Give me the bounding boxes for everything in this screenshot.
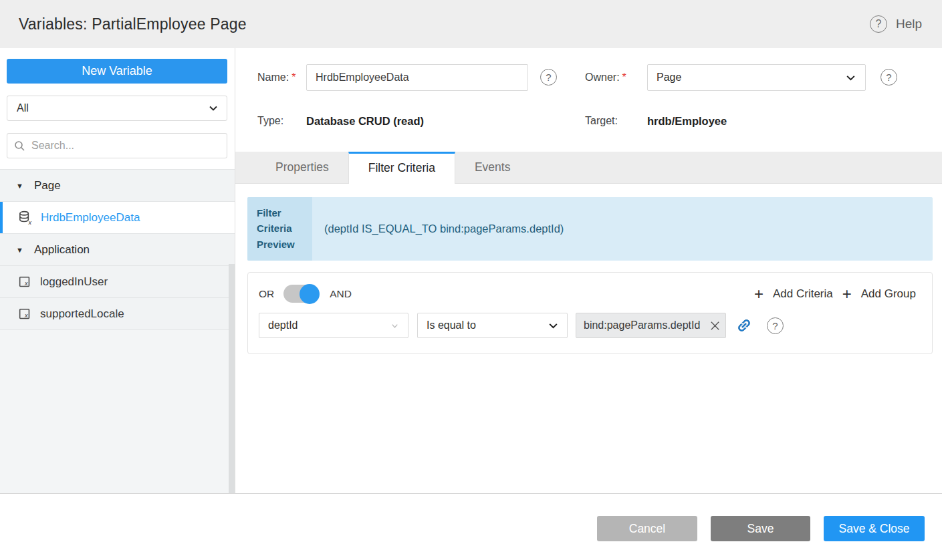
plus-icon: + (842, 287, 852, 301)
preview-label: Filter Criteria Preview (247, 197, 312, 261)
criteria-value-chip[interactable]: bind:pageParams.deptId (576, 313, 726, 338)
bind-link-icon[interactable] (733, 314, 755, 337)
help-icon: ? (870, 15, 887, 33)
owner-select[interactable]: Page (647, 64, 866, 91)
plus-icon: + (754, 287, 763, 301)
help-label: Help (896, 17, 922, 31)
required-asterisk: * (622, 72, 626, 83)
type-label: Type: (257, 108, 283, 134)
target-value: hrdb/Employee (647, 108, 727, 134)
required-asterisk: * (291, 72, 296, 83)
save-button[interactable]: Save (711, 516, 810, 541)
or-label: OR (259, 288, 274, 300)
criteria-condition-select[interactable]: Is equal to (417, 313, 568, 338)
collapse-arrow-icon: ▼ (16, 246, 23, 254)
chevron-down-icon (548, 320, 559, 331)
tree-group-page[interactable]: ▼ Page (0, 170, 235, 202)
search-icon (14, 140, 25, 152)
dialog-titlebar: Variables: PartialEmployee Page ? Help (0, 0, 942, 48)
tree-item-label: supportedLocale (40, 307, 124, 321)
svg-text:x: x (24, 280, 28, 287)
static-variable-icon: x (17, 307, 32, 321)
owner-label: Owner:* (585, 64, 626, 91)
tab-properties[interactable]: Properties (256, 152, 348, 183)
criteria-help-icon[interactable]: ? (767, 317, 784, 334)
tree-group-label: Page (34, 179, 61, 192)
static-variable-icon: x (17, 275, 32, 289)
tree-item-hrdbemployeedata[interactable]: x HrdbEmployeeData (0, 202, 235, 234)
owner-value: Page (657, 72, 681, 84)
tree-group-label: Application (34, 243, 90, 257)
dialog-footer: Cancel Save Save & Close (0, 493, 942, 560)
name-help-icon[interactable]: ? (540, 69, 557, 86)
tree-item-label: loggedInUser (40, 275, 108, 289)
variable-search (7, 133, 227, 158)
sidebar-scrollbar[interactable] (229, 264, 235, 493)
tree-item-supportedlocale[interactable]: x supportedLocale (0, 298, 235, 330)
add-criteria-label: Add Criteria (773, 287, 833, 301)
name-input[interactable] (306, 64, 528, 91)
tree-item-loggedinuser[interactable]: x loggedInUser (0, 266, 235, 298)
type-value: Database CRUD (read) (306, 108, 424, 134)
variables-tree: ▼ Page x HrdbEmployeeData (0, 169, 235, 493)
variable-filter-select[interactable]: All (7, 96, 227, 121)
and-label: AND (330, 288, 352, 300)
chevron-down-icon (845, 72, 856, 84)
svg-text:x: x (24, 312, 28, 319)
criteria-field-select[interactable]: deptId (259, 313, 408, 338)
save-and-close-button[interactable]: Save & Close (824, 516, 925, 541)
toggle-knob-icon (300, 284, 320, 304)
target-label: Target: (585, 108, 618, 134)
variable-filter-value: All (17, 102, 29, 114)
tab-events[interactable]: Events (455, 152, 530, 183)
database-variable-icon: x (17, 210, 33, 225)
chevron-down-icon (208, 103, 219, 114)
criteria-builder: OR AND + Add Criteria + (247, 272, 933, 354)
add-criteria-button[interactable]: + Add Criteria (754, 287, 833, 301)
owner-help-icon[interactable]: ? (880, 69, 897, 86)
filter-criteria-preview: Filter Criteria Preview (deptId IS_EQUAL… (247, 197, 933, 261)
editor-tabs: Properties Filter Criteria Events (235, 152, 942, 184)
tree-item-label: HrdbEmployeeData (41, 211, 140, 225)
search-input[interactable] (31, 140, 220, 152)
help-button[interactable]: ? Help (870, 15, 922, 33)
filter-criteria-panel: Filter Criteria Preview (deptId IS_EQUAL… (235, 184, 942, 493)
preview-value: (deptId IS_EQUAL_TO bind:pageParams.dept… (312, 197, 933, 261)
chevron-down-icon (390, 321, 400, 331)
variable-editor: Name:* ? Owner:* Page ? Type: Database C… (235, 48, 942, 493)
name-label: Name:* (257, 64, 296, 91)
criteria-condition-value: Is equal to (427, 319, 476, 331)
criteria-value-text: bind:pageParams.deptId (584, 319, 709, 331)
criteria-field-value: deptId (268, 319, 298, 331)
tree-group-application[interactable]: ▼ Application (0, 234, 235, 266)
add-group-button[interactable]: + Add Group (842, 287, 916, 301)
or-and-toggle[interactable] (283, 285, 318, 303)
variable-form: Name:* ? Owner:* Page ? Type: Database C… (235, 48, 942, 152)
collapse-arrow-icon: ▼ (16, 182, 23, 190)
svg-text:x: x (27, 219, 31, 225)
new-variable-button[interactable]: New Variable (7, 59, 227, 84)
variables-dialog: Variables: PartialEmployee Page ? Help N… (0, 0, 942, 560)
tab-filter-criteria[interactable]: Filter Criteria (348, 152, 455, 184)
cancel-button[interactable]: Cancel (597, 516, 697, 541)
variables-sidebar: New Variable All ▼ Page (0, 48, 235, 493)
add-group-label: Add Group (861, 287, 916, 301)
dialog-title: Variables: PartialEmployee Page (19, 15, 247, 33)
close-icon[interactable] (709, 319, 721, 332)
